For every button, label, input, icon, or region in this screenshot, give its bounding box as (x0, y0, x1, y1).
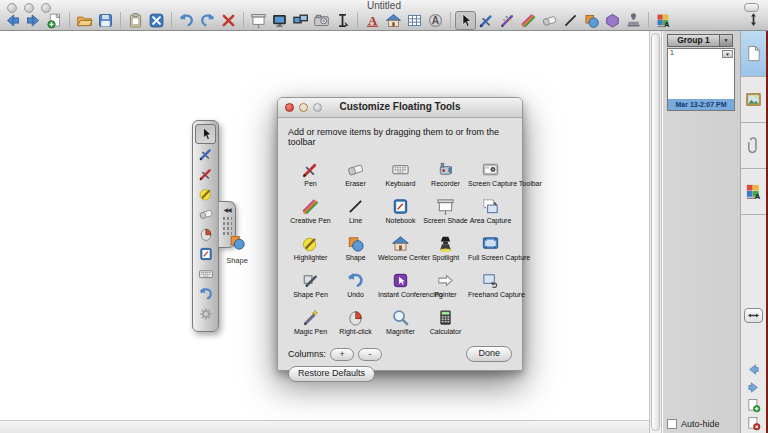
tool-recorder[interactable]: Recorder (423, 160, 468, 189)
eraser-icon[interactable] (539, 11, 560, 30)
full-screen-icon[interactable] (269, 11, 290, 30)
tool-label: Freehand Capture (468, 291, 513, 298)
restore-defaults-button[interactable]: Restore Defaults (288, 366, 375, 382)
paste-icon[interactable] (125, 11, 146, 30)
dialog-titlebar[interactable]: Customize Floating Tools (278, 98, 522, 118)
tool-area-capture[interactable]: Area Capture (468, 197, 513, 226)
tool-magic-pen[interactable]: Magic Pen (288, 308, 333, 337)
group-dropdown[interactable]: Group 1 ▼ (667, 34, 733, 47)
tool-shape-pen[interactable]: Shape Pen (288, 271, 333, 300)
svg-text:A: A (664, 20, 670, 29)
tool-undo[interactable]: Undo (333, 271, 378, 300)
open-folder-icon[interactable] (74, 11, 95, 30)
screen-capture-icon[interactable] (311, 11, 332, 30)
previous-page-icon[interactable] (2, 11, 23, 30)
delete-page-small-icon[interactable] (745, 415, 762, 432)
notebook-icon[interactable] (195, 244, 216, 264)
columns-increase-button[interactable]: + (330, 348, 354, 361)
collapse-panel-button[interactable] (744, 308, 763, 323)
tool-spotlight[interactable]: Spotlight (423, 234, 468, 263)
creative-pen-icon[interactable] (497, 11, 518, 30)
right-click-icon (346, 308, 365, 327)
delete-icon[interactable] (218, 11, 239, 30)
pen-icon[interactable] (476, 11, 497, 30)
pen-blue-icon[interactable] (195, 144, 216, 164)
crayon-pen-icon[interactable] (518, 11, 539, 30)
page-menu-button[interactable]: ▼ (722, 50, 733, 58)
save-icon[interactable] (95, 11, 116, 30)
tool-label: Notebook (378, 217, 423, 224)
add-page-icon[interactable] (44, 11, 65, 30)
dialog-minimize-button[interactable] (299, 103, 308, 112)
stamp-icon[interactable] (623, 11, 644, 30)
tab-properties[interactable]: A (741, 169, 766, 215)
tab-attachments-paperclip[interactable] (741, 123, 766, 169)
settings-icon[interactable] (195, 304, 216, 324)
properties-icon[interactable]: A (653, 11, 674, 30)
dragged-shape-label: Shape (221, 256, 253, 265)
tool-screen-capture-toolbar[interactable]: Screen Capture Toolbar (468, 160, 513, 189)
tool-right-click[interactable]: Right-click (333, 308, 378, 337)
columns-decrease-button[interactable]: - (358, 348, 382, 361)
line-icon[interactable] (560, 11, 581, 30)
tab-gallery-picture[interactable] (741, 77, 766, 123)
autohide-checkbox[interactable] (667, 419, 677, 429)
tool-freehand-capture[interactable]: Freehand Capture (468, 271, 513, 300)
toolbar-toggle-pill[interactable] (744, 3, 759, 12)
tool-notebook[interactable]: Notebook (378, 197, 423, 226)
page-caption: Mar 13-2:07 PM (668, 99, 734, 110)
redo-icon[interactable] (197, 11, 218, 30)
screen-shade-icon[interactable] (248, 11, 269, 30)
shapes-icon[interactable] (581, 11, 602, 30)
scrollbar-thumb[interactable] (651, 33, 660, 431)
transparent-background-icon[interactable] (332, 11, 353, 30)
tab-page-sorter[interactable] (741, 31, 766, 77)
select-icon[interactable] (195, 124, 216, 144)
smart-tools-icon[interactable] (146, 11, 167, 30)
tool-screen-shade[interactable]: Screen Shade (423, 197, 468, 226)
tool-label: Eraser (333, 180, 378, 187)
dialog-close-button[interactable] (285, 103, 294, 112)
tool-highlighter[interactable]: Highlighter (288, 234, 333, 263)
dual-display-icon[interactable] (290, 11, 311, 30)
autohide-control[interactable]: Auto-hide (667, 419, 720, 429)
done-button[interactable]: Done (466, 346, 512, 362)
tool-eraser[interactable]: Eraser (333, 160, 378, 189)
dragged-shape-tool[interactable]: Shape (221, 233, 253, 265)
vertical-resize-icon[interactable] (746, 12, 761, 28)
right-click-icon[interactable] (195, 224, 216, 244)
tool-full-screen-capture[interactable]: Full Screen Capture (468, 234, 513, 263)
tool-pointer[interactable]: Pointer (423, 271, 468, 300)
eraser-icon[interactable] (195, 204, 216, 224)
previous-page-blue-icon[interactable] (745, 361, 762, 378)
horizontal-scrollbar[interactable] (0, 420, 649, 433)
tool-shape[interactable]: Shape (333, 234, 378, 263)
text-icon[interactable]: A (362, 11, 383, 30)
table-icon[interactable] (404, 11, 425, 30)
next-page-icon[interactable] (23, 11, 44, 30)
next-page-blue-icon[interactable] (745, 379, 762, 396)
tool-magnifier[interactable]: Magnifier (378, 308, 423, 337)
keyboard-icon[interactable] (195, 264, 216, 284)
add-page-small-icon[interactable] (745, 397, 762, 414)
tool-grid: PenEraserKeyboardRecorderScreen Capture … (288, 160, 512, 337)
gallery-icon[interactable] (383, 11, 404, 30)
tool-welcome-center[interactable]: Welcome Center (378, 234, 423, 263)
measurement-tools-icon[interactable]: A (425, 11, 446, 30)
tool-pen[interactable]: Pen (288, 160, 333, 189)
tool-calculator[interactable]: Calculator (423, 308, 468, 337)
tool-line[interactable]: Line (333, 197, 378, 226)
autohide-label: Auto-hide (681, 419, 720, 429)
vertical-scrollbar[interactable] (649, 31, 662, 433)
select-icon[interactable] (455, 11, 476, 30)
tool-label: Pointer (423, 291, 468, 298)
undo-icon[interactable] (195, 284, 216, 304)
regular-polygon-icon[interactable] (602, 11, 623, 30)
page-thumbnail[interactable]: 1 ▼ Mar 13-2:07 PM (667, 48, 735, 111)
tool-instant-conferencing[interactable]: Instant Conferencing (378, 271, 423, 300)
pen-red-icon[interactable] (195, 164, 216, 184)
tool-creative-pen[interactable]: Creative Pen (288, 197, 333, 226)
highlighter-icon[interactable] (195, 184, 216, 204)
tool-keyboard[interactable]: Keyboard (378, 160, 423, 189)
undo-icon[interactable] (176, 11, 197, 30)
